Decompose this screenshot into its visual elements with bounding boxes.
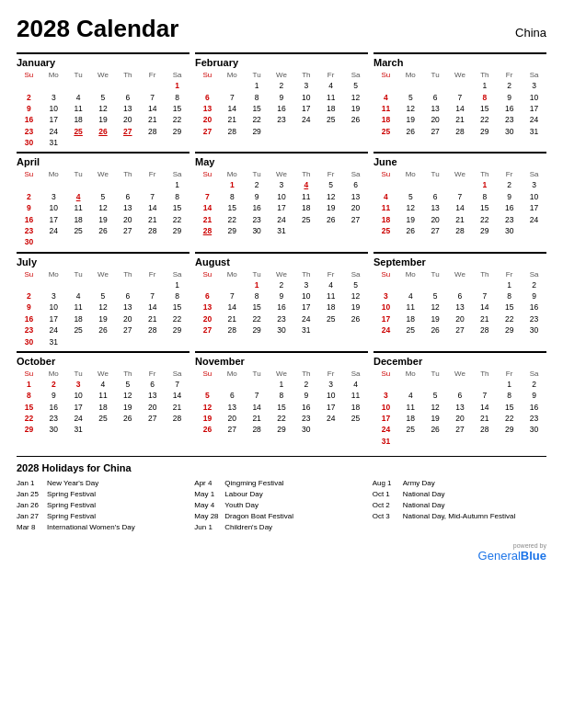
calendar-day <box>448 279 473 290</box>
calendar-day: 22 <box>472 213 497 224</box>
calendar-day <box>318 324 343 336</box>
calendar-day <box>17 279 41 290</box>
calendar-day: 20 <box>140 402 165 413</box>
month-table: SuMoTuWeThFrSa12345678910111213141516171… <box>17 169 190 247</box>
month-table: SuMoTuWeThFrSa12345678910111213141516171… <box>17 369 190 436</box>
calendar-day: 11 <box>66 301 91 313</box>
calendar-day: 7 <box>140 290 165 301</box>
calendar-day: 10 <box>318 390 343 401</box>
calendar-day: 17 <box>293 103 318 114</box>
day-header: Th <box>293 70 318 80</box>
holiday-column-2: Aug 1Army DayOct 1National DayOct 2Natio… <box>373 478 546 533</box>
calendar-day: 30 <box>17 336 41 347</box>
calendar-day: 21 <box>245 413 270 424</box>
calendar-day: 12 <box>115 390 140 401</box>
calendar-day: 18 <box>373 213 398 224</box>
calendar-day: 3 <box>522 80 546 91</box>
calendar-day: 5 <box>91 91 116 102</box>
calendar-day <box>91 137 116 148</box>
calendar-day: 27 <box>220 424 245 435</box>
calendar-day: 8 <box>270 390 294 401</box>
calendar-day: 8 <box>497 290 522 301</box>
calendar-day: 15 <box>497 301 522 313</box>
day-header: Tu <box>66 169 91 179</box>
calendar-day: 29 <box>17 424 41 435</box>
day-header: We <box>270 369 294 379</box>
calendar-day: 13 <box>220 402 245 413</box>
day-header: Su <box>373 70 398 80</box>
calendar-day: 14 <box>140 202 165 213</box>
calendar-day: 24 <box>66 413 91 424</box>
calendar-day: 29 <box>220 225 245 236</box>
calendar-day <box>270 126 294 137</box>
calendar-day: 3 <box>318 379 343 390</box>
holiday-date: May 4 <box>194 500 222 511</box>
day-header: Su <box>373 369 398 379</box>
calendar-day: 26 <box>91 225 116 236</box>
calendar-day: 17 <box>373 413 398 424</box>
calendar-day: 8 <box>165 191 190 202</box>
day-header: Su <box>17 169 41 179</box>
calendar-day: 14 <box>448 202 473 213</box>
calendar-day: 24 <box>293 313 318 324</box>
calendar-day: 15 <box>165 301 190 313</box>
holiday-date: Jun 1 <box>194 522 222 533</box>
day-header: Mo <box>220 169 245 179</box>
calendar-day: 29 <box>497 424 522 435</box>
holiday-entry: Oct 1National Day <box>373 489 546 500</box>
calendar-day <box>448 436 473 447</box>
calendar-day <box>497 436 522 447</box>
calendar-day: 27 <box>115 324 140 336</box>
calendar-day: 3 <box>270 179 294 190</box>
day-header: We <box>270 269 294 279</box>
calendar-day: 29 <box>165 225 190 236</box>
day-header: Tu <box>423 70 448 80</box>
day-header: Th <box>293 169 318 179</box>
calendar-day: 24 <box>522 213 546 224</box>
calendar-day: 2 <box>17 290 41 301</box>
calendar-day <box>398 279 423 290</box>
calendar-day: 9 <box>270 91 294 102</box>
calendar-day: 25 <box>293 213 318 224</box>
calendar-day <box>140 80 165 91</box>
day-header: We <box>91 70 116 80</box>
calendar-day <box>91 424 116 435</box>
calendar-day: 29 <box>245 126 270 137</box>
calendar-day: 5 <box>195 390 220 401</box>
day-header: We <box>91 369 116 379</box>
day-header: Fr <box>318 269 343 279</box>
day-header: Sa <box>522 70 546 80</box>
day-header: Tu <box>423 269 448 279</box>
holiday-name: National Day <box>403 500 445 511</box>
calendar-day: 6 <box>343 179 368 190</box>
calendar-day <box>165 424 190 435</box>
calendar-day: 7 <box>448 191 473 202</box>
month-table: SuMoTuWeThFrSa12345678910111213141516171… <box>17 70 190 148</box>
calendar-day: 8 <box>17 390 41 401</box>
calendar-day: 21 <box>220 313 245 324</box>
calendar-day: 22 <box>497 413 522 424</box>
calendar-day <box>115 279 140 290</box>
calendar-day: 30 <box>293 424 318 435</box>
calendar-day: 3 <box>66 379 91 390</box>
calendar-day: 14 <box>472 402 497 413</box>
calendar-day: 6 <box>140 379 165 390</box>
holiday-date: Jan 27 <box>17 511 44 522</box>
calendar-day: 2 <box>270 80 294 91</box>
month-block-october: OctoberSuMoTuWeThFrSa1234567891011121314… <box>17 351 190 447</box>
calendar-day: 26 <box>343 114 368 125</box>
calendar-day: 13 <box>343 191 368 202</box>
calendar-day: 12 <box>318 191 343 202</box>
calendar-day: 20 <box>115 313 140 324</box>
calendar-day: 13 <box>423 202 448 213</box>
month-name: November <box>195 356 368 367</box>
calendar-day <box>220 379 245 390</box>
calendar-day: 21 <box>448 114 473 125</box>
calendar-day: 19 <box>423 413 448 424</box>
calendar-day: 23 <box>497 114 522 125</box>
calendar-day: 4 <box>373 91 398 102</box>
calendar-day: 2 <box>245 179 270 190</box>
calendar-day: 20 <box>448 413 473 424</box>
calendar-day: 30 <box>17 236 41 247</box>
calendar-day: 29 <box>165 324 190 336</box>
